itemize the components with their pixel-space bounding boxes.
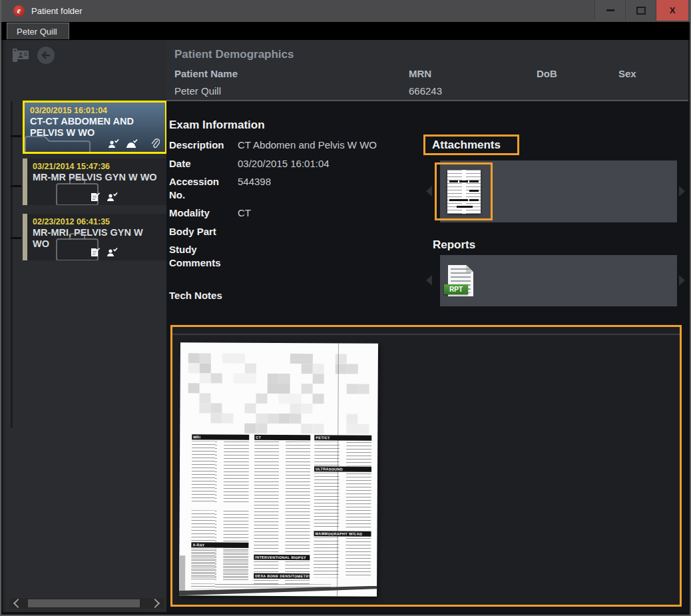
minimize-icon [606, 9, 614, 11]
form-section-header: INTERVENTIONAL BIOPSY [254, 555, 310, 560]
chevron-left-icon[interactable] [13, 599, 23, 608]
window-title: Patient folder [31, 6, 83, 16]
exam-date: 03/21/2014 15:47:36 [33, 162, 162, 171]
reports-title: Reports [433, 238, 475, 252]
carousel-right-icon[interactable] [679, 275, 685, 286]
close-button[interactable]: X [656, 0, 688, 21]
scanned-requisition-document[interactable]: MRI X-RAY CT INTERVENTIONAL BIOPSY [179, 342, 378, 597]
form-section-header: PET/CT [314, 435, 371, 440]
exam-card-mri-pelvis-2012[interactable]: 02/23/2012 06:41:35 MR-MRI, PELVIS GYN W… [23, 214, 167, 260]
field-label: Modality [169, 206, 238, 220]
attachments-title: Attachments [432, 139, 501, 152]
patient-name-value: Peter Quill [174, 85, 409, 97]
field-value: 03/20/2015 16:01:04 [238, 157, 330, 170]
person-check-icon [108, 139, 119, 149]
field-label: Tech Notes [169, 289, 238, 302]
exam-information-fields: DescriptionCT Abdomen and Pelvis W WO Da… [169, 139, 430, 308]
col-header-sex: Sex [618, 68, 682, 79]
title-bar: e Patient folder X [1, 0, 690, 22]
col-header-mrn: MRN [409, 68, 537, 79]
maximize-button[interactable] [625, 0, 656, 21]
timeline-tick [11, 135, 21, 137]
field-value: CT Abdomen and Pelvis W WO [238, 139, 377, 152]
exam-list-sidebar: 03/20/2015 16:01:04 CT-CT ABDOMEN AND PE… [3, 40, 166, 612]
exam-timeline [11, 101, 13, 428]
col-header-dob: DoB [537, 68, 618, 79]
app-logo-icon: e [13, 5, 25, 17]
exam-title: MR-MRI, PELVIS GYN W WO [33, 227, 162, 250]
col-header-patient-name: Patient Name [174, 68, 409, 79]
exam-card-ct-abdomen[interactable]: 03/20/2015 16:01:04 CT-CT ABDOMEN AND PE… [23, 101, 167, 154]
close-icon: X [670, 5, 676, 15]
exam-card-mr-pelvis-2014[interactable]: 03/21/2014 15:47:36 MR-MR PELVIS GYN W W… [23, 158, 167, 205]
chevron-right-icon[interactable] [150, 599, 160, 608]
mrn-value: 666243 [409, 85, 537, 97]
field-value: 544398 [238, 175, 271, 201]
patient-demographics-panel: Patient Demographics Patient Name MRN Do… [166, 40, 688, 101]
person-check-icon [107, 248, 118, 257]
form-section-header: MRI [192, 434, 249, 440]
field-value: CT [238, 206, 251, 220]
person-check-icon [107, 192, 118, 202]
exam-title: MR-MR PELVIS GYN W WO [33, 172, 162, 183]
minimize-button[interactable] [594, 0, 625, 21]
field-label: Description [169, 139, 238, 152]
dob-value [537, 85, 618, 97]
form-section-header: CT [254, 435, 310, 440]
sex-value [618, 85, 682, 97]
tab-label: Peter Quill [17, 27, 57, 37]
form-section-header: X-RAY [191, 542, 248, 547]
field-label: Body Part [169, 225, 238, 238]
scan-edge [179, 555, 185, 595]
demographics-title: Patient Demographics [174, 48, 294, 61]
patient-demographics-icon[interactable] [11, 45, 31, 65]
attachments-annotation-box: Attachments [423, 135, 519, 155]
back-button[interactable] [36, 45, 56, 65]
field-label: Accession No. [169, 175, 238, 201]
tab-bar: Peter Quill [1, 22, 690, 40]
attachment-thumbnail-annotation-box [435, 162, 493, 220]
back-icon [37, 47, 55, 64]
carousel-right-icon[interactable] [679, 186, 685, 196]
preview-divider [172, 334, 680, 335]
exam-date: 02/23/2012 06:41:35 [33, 217, 162, 226]
attachment-thumbnail[interactable] [447, 170, 481, 214]
report-check-icon [91, 248, 100, 257]
carousel-left-icon[interactable] [426, 275, 432, 286]
form-section-header: MAMMOGRAPHY W/CAD [314, 531, 371, 536]
form-section-header: DEXA BONE DENSITOMETRY [254, 573, 310, 579]
scrollbar-thumb[interactable] [28, 599, 140, 607]
field-label: Study Comments [169, 243, 238, 269]
timeline-tick [11, 237, 21, 239]
form-section-header: ULTRASOUND [314, 466, 371, 471]
patient-folder-window: e Patient folder X Peter Quill [0, 0, 691, 616]
report-document-icon[interactable]: RPT [444, 265, 476, 300]
report-check-icon [91, 192, 100, 202]
carousel-left-icon[interactable] [426, 186, 432, 196]
exam-date: 03/20/2015 16:01:04 [30, 106, 160, 115]
person-check-icon [126, 139, 138, 149]
timeline-tick [11, 185, 21, 187]
exam-information-title: Exam Information [169, 119, 265, 132]
horizontal-scrollbar[interactable] [9, 598, 164, 609]
exam-title: CT-CT ABDOMEN AND PELVIS W WO [30, 116, 160, 139]
rpt-badge: RPT [444, 284, 468, 294]
paperclip-icon [151, 139, 160, 149]
attachment-preview-panel: MRI X-RAY CT INTERVENTIONAL BIOPSY [170, 325, 682, 607]
field-label: Date [169, 157, 238, 170]
maximize-icon [636, 7, 646, 15]
tab-peter-quill[interactable]: Peter Quill [7, 23, 69, 39]
